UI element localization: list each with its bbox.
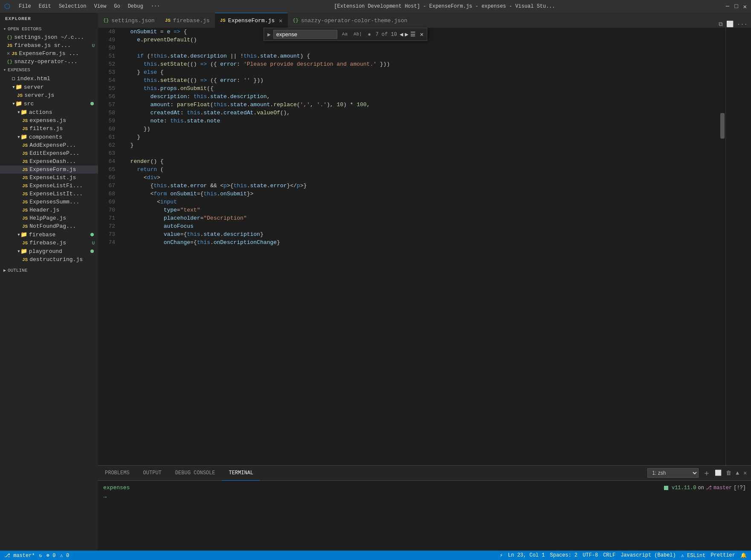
statusbar-warnings[interactable]: ⚠ 0 xyxy=(60,552,69,559)
maximize-panel-button[interactable]: ▲ xyxy=(736,470,739,476)
sidebar-item-server-folder[interactable]: ▾ 📁 server xyxy=(0,83,98,91)
panel-tab-output[interactable]: OUTPUT xyxy=(136,466,168,481)
tab-close-button[interactable]: ✕ xyxy=(279,17,282,24)
sidebar-item-helppage[interactable]: JS HelpPage.js xyxy=(0,214,98,222)
sidebar-item-label: Header.js xyxy=(29,207,59,213)
folder-arrow: ▾ xyxy=(17,231,20,238)
sidebar-item-snazzy-json[interactable]: {} snazzy-operator-... xyxy=(0,58,98,66)
sidebar-item-expenselistfi[interactable]: JS ExpenseListFi... xyxy=(0,182,98,190)
sidebar-item-index-html[interactable]: ◻ index.html xyxy=(0,74,98,83)
search-nav[interactable]: ◀ ▶ ☰ xyxy=(400,31,416,38)
sidebar-item-server-js[interactable]: JS server.js xyxy=(0,91,98,99)
next-match-button[interactable]: ▶ xyxy=(405,31,408,38)
maximize-button[interactable]: □ xyxy=(734,3,738,10)
tab-settings-json[interactable]: {} settings.json xyxy=(98,13,160,28)
prev-match-button[interactable]: ◀ xyxy=(400,31,403,38)
split-editor-icon[interactable]: ⧉ xyxy=(719,21,723,28)
panel-tab-terminal[interactable]: TERMINAL xyxy=(222,466,260,481)
sidebar-item-firebase-js[interactable]: JS firebase.js U xyxy=(0,239,98,247)
toggle-panel-icon[interactable]: ⬜ xyxy=(726,20,734,28)
outline-section[interactable]: ▶ OUTLINE xyxy=(0,266,98,275)
menu-go[interactable]: Go xyxy=(110,3,123,10)
sidebar-item-expensedash[interactable]: JS ExpenseDash... xyxy=(0,157,98,165)
panel-tab-debug-console[interactable]: DEBUG CONSOLE xyxy=(168,466,222,481)
tab-expenseform-js[interactable]: JS ExpenseForm.js ✕ xyxy=(215,13,288,28)
outline-arrow: ▶ xyxy=(3,268,6,273)
modified-badge: U xyxy=(92,43,95,48)
statusbar-branch[interactable]: ⎇ master* xyxy=(4,552,35,559)
sidebar-item-expenseform-js[interactable]: ✕ JS ExpenseForm.js ... xyxy=(0,49,98,58)
menu-file[interactable]: File xyxy=(15,3,35,10)
statusbar-eslint[interactable]: ⚠ ESLint xyxy=(681,552,706,559)
statusbar-language[interactable]: Javascript (Babel) xyxy=(621,552,676,558)
sidebar-item-label: src xyxy=(24,101,34,107)
sidebar-item-header[interactable]: JS Header.js xyxy=(0,206,98,214)
sidebar-item-editexpense[interactable]: JS EditExpenseP... xyxy=(0,149,98,157)
sidebar-item-expensesumm[interactable]: JS ExpensesSumm... xyxy=(0,198,98,206)
statusbar-sync[interactable]: ↻ xyxy=(39,552,42,559)
tab-firebase-js[interactable]: JS firebase.js xyxy=(160,13,215,28)
search-arrow: ▶ xyxy=(267,31,271,38)
sidebar-item-notfound[interactable]: JS NotFoundPag... xyxy=(0,222,98,230)
menu-selection[interactable]: Selection xyxy=(55,3,90,10)
match-word-button[interactable]: Ab| xyxy=(351,31,364,38)
js-icon: JS xyxy=(22,224,28,229)
sidebar-item-addexpense[interactable]: JS AddExpenseP... xyxy=(0,141,98,149)
menu-more[interactable]: ··· xyxy=(148,3,164,10)
sidebar-item-expenselist[interactable]: JS ExpenseList.js xyxy=(0,174,98,182)
window-controls[interactable]: ─ □ ✕ xyxy=(726,3,747,10)
sidebar-item-expenselistit[interactable]: JS ExpenseListIt... xyxy=(0,190,98,198)
statusbar-errors[interactable]: ⊗ 0 xyxy=(46,552,56,559)
sidebar-item-firebase-folder[interactable]: ▾ 📁 firebase xyxy=(0,230,98,239)
close-button[interactable]: ✕ xyxy=(743,3,747,10)
terminal-dropdown[interactable]: 1: zsh xyxy=(647,468,699,478)
statusbar-prettier[interactable]: Prettier xyxy=(710,552,735,558)
panel: PROBLEMS OUTPUT DEBUG CONSOLE TERMINAL 1… xyxy=(98,465,751,551)
panel-tab-problems[interactable]: PROBLEMS xyxy=(98,466,136,481)
menu-debug[interactable]: Debug xyxy=(125,3,147,10)
expenses-section[interactable]: ▾ EXPENSES xyxy=(0,66,98,74)
new-terminal-button[interactable]: ＋ xyxy=(703,468,710,478)
find-in-selection-button[interactable]: ☰ xyxy=(410,31,416,38)
close-panel-button[interactable]: ✕ xyxy=(743,470,747,476)
titlebar: ⬡ File Edit Selection View Go Debug ··· … xyxy=(0,0,751,13)
editor-scrollbar[interactable] xyxy=(719,28,725,465)
code-content[interactable]: onSubmit = e => { e.preventDefault() if … xyxy=(119,28,719,465)
statusbar-eol[interactable]: CRLF xyxy=(603,552,615,558)
menu-edit[interactable]: Edit xyxy=(35,3,55,10)
sidebar-item-settings-json[interactable]: {} settings.json ~/.c... xyxy=(0,33,98,41)
minimize-button[interactable]: ─ xyxy=(726,3,729,10)
statusbar-ln-col[interactable]: Ln 23, Col 1 xyxy=(508,552,545,558)
sidebar-item-expenseform[interactable]: JS ExpenseForm.js xyxy=(0,165,98,174)
search-close-button[interactable]: ✕ xyxy=(420,31,423,38)
sidebar-item-expenses-js[interactable]: JS expenses.js xyxy=(0,116,98,125)
tab-label: firebase.js xyxy=(173,17,210,24)
sidebar-item-destructuring[interactable]: JS destructuring.js xyxy=(0,255,98,264)
scrollbar-thumb[interactable] xyxy=(720,113,725,139)
sidebar-item-actions-folder[interactable]: ▾ 📁 actions xyxy=(0,108,98,116)
search-input[interactable] xyxy=(273,30,337,39)
sidebar-item-firebase-js[interactable]: JS firebase.js sr... U xyxy=(0,41,98,49)
open-editors-section[interactable]: ▾ OPEN EDITORS xyxy=(0,25,98,33)
statusbar-lightning[interactable]: ⚡ xyxy=(500,552,503,559)
delete-terminal-button[interactable]: 🗑 xyxy=(726,470,731,476)
split-terminal-button[interactable]: ⬜ xyxy=(715,470,722,476)
tab-snazzy-json[interactable]: {} snazzy-operator-color-theme.json xyxy=(288,13,413,28)
titlebar-menu[interactable]: File Edit Selection View Go Debug ··· xyxy=(15,3,163,10)
regex-button[interactable]: ✱ xyxy=(366,31,373,38)
sidebar-item-label: components xyxy=(29,134,62,140)
sidebar-item-filters-js[interactable]: JS filters.js xyxy=(0,125,98,133)
js-icon: JS xyxy=(7,43,12,48)
statusbar-bell[interactable]: 🔔 xyxy=(740,552,747,559)
more-actions-icon[interactable]: ··· xyxy=(737,21,748,28)
match-case-button[interactable]: Aa xyxy=(340,31,350,38)
close-icon[interactable]: ✕ xyxy=(7,50,10,57)
statusbar-encoding[interactable]: UTF-8 xyxy=(583,552,598,558)
sidebar-item-src-folder[interactable]: ▾ 📁 src xyxy=(0,99,98,108)
menu-view[interactable]: View xyxy=(90,3,110,10)
sidebar-item-playground-folder[interactable]: ▾ 📁 playground xyxy=(0,247,98,255)
js-icon: JS xyxy=(22,257,28,262)
folder-icon: 📁 xyxy=(20,231,27,238)
statusbar-spaces[interactable]: Spaces: 2 xyxy=(550,552,577,558)
sidebar-item-components-folder[interactable]: ▾ 📁 components xyxy=(0,133,98,141)
